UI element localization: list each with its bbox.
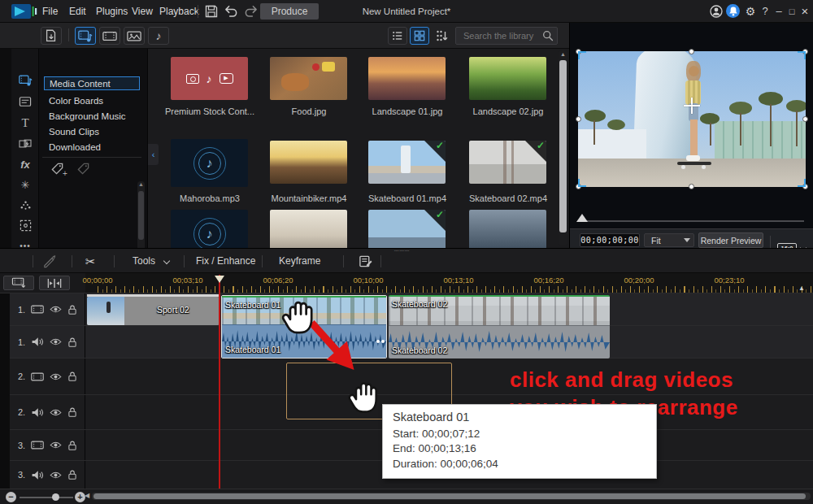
track-manager-button[interactable]	[3, 276, 34, 290]
media-item-partial[interactable]: ✓	[368, 210, 446, 248]
category-downloaded[interactable]: Downloaded	[44, 141, 140, 154]
selection-handle[interactable]	[689, 184, 694, 189]
timeline-ruler[interactable]: 00;00;00 00;03;10 00;06;20 00;10;00 00;1…	[85, 273, 813, 293]
keyframe-button[interactable]: Keyframe	[279, 249, 320, 274]
media-thumbnail-landscape02[interactable]	[469, 57, 546, 100]
preview-seek-bar[interactable]	[580, 220, 804, 222]
maximize-button[interactable]: □	[785, 0, 798, 23]
close-button[interactable]: ×	[798, 0, 811, 23]
sidebar-title-icon[interactable]: T	[11, 114, 39, 132]
eye-icon[interactable]	[50, 471, 62, 480]
sidebar-media-room-icon[interactable]	[11, 72, 39, 89]
preview-video[interactable]	[578, 51, 806, 187]
produce-button[interactable]: Produce	[260, 3, 319, 20]
filter-all-media-icon[interactable]	[75, 27, 96, 45]
media-item-partial[interactable]	[270, 210, 347, 248]
media-thumbnail-food[interactable]	[270, 57, 347, 100]
crosshair-icon[interactable]	[684, 98, 700, 114]
sidebar-particle-icon[interactable]	[11, 196, 39, 214]
media-thumbnail-landscape01[interactable]	[368, 57, 446, 100]
notes-icon[interactable]	[359, 254, 372, 268]
settings-gear-icon[interactable]: ⚙	[744, 0, 757, 23]
search-input[interactable]	[462, 30, 542, 41]
category-color-boards[interactable]: Color Boards	[44, 94, 140, 108]
import-media-button[interactable]	[41, 27, 62, 45]
timeline-hscrollbar[interactable]	[92, 493, 811, 500]
playhead-handle[interactable]	[215, 276, 224, 283]
minimize-button[interactable]: –	[772, 0, 785, 23]
selection-handle[interactable]	[689, 49, 694, 54]
search-box[interactable]	[455, 27, 558, 45]
eye-icon[interactable]	[50, 441, 62, 450]
grid-view-button[interactable]	[410, 27, 429, 45]
help-icon[interactable]: ?	[759, 0, 772, 23]
media-item-mahoroba[interactable]: ♪	[171, 139, 248, 187]
sidebar-effect-icon[interactable]: fx	[11, 155, 39, 173]
lock-icon[interactable]	[67, 469, 77, 480]
search-icon[interactable]	[542, 30, 554, 41]
render-preview-button[interactable]: Render Preview	[698, 232, 763, 248]
selection-handle[interactable]	[802, 116, 808, 122]
clip-sport02[interactable]: Sport 02	[87, 297, 220, 325]
category-background-music[interactable]: Background Music	[44, 110, 140, 124]
filter-video-icon[interactable]	[99, 27, 120, 45]
panel-drag-handle[interactable]: ┄┄┄	[394, 247, 410, 255]
filter-photo-icon[interactable]	[124, 27, 145, 45]
lock-icon[interactable]	[67, 304, 77, 315]
eye-icon[interactable]	[50, 305, 62, 314]
category-media-content[interactable]: Media Content	[44, 76, 140, 90]
lock-icon[interactable]	[67, 440, 77, 451]
media-item-partial[interactable]: ♪	[171, 210, 248, 248]
split-scissors-icon[interactable]: ✂	[85, 249, 96, 274]
trim-handle[interactable]	[381, 340, 385, 343]
media-thumbnail-mountainbiker[interactable]	[270, 141, 347, 184]
list-view-button[interactable]	[388, 27, 407, 45]
lock-icon[interactable]	[67, 371, 77, 382]
playhead-line[interactable]	[219, 275, 220, 489]
sidebar-magic-tools-icon[interactable]: ✳	[11, 176, 39, 193]
timeline-hscrollbar-thumb[interactable]	[93, 493, 806, 499]
eye-icon[interactable]	[50, 372, 62, 381]
filter-audio-icon[interactable]: ♪	[148, 27, 169, 45]
collapse-panel-button[interactable]: ‹	[148, 144, 159, 165]
media-thumbnail-skateboard01[interactable]: ✓	[368, 141, 446, 184]
library-scrollbar[interactable]: ▲	[559, 50, 567, 245]
menu-playback[interactable]: Playback	[154, 0, 204, 23]
clip-skateboard02[interactable]: Skateboard 02 Skateboard 02	[389, 295, 610, 358]
scroll-left-arrow[interactable]: ◀	[85, 492, 89, 499]
account-icon[interactable]	[710, 5, 723, 18]
sort-button[interactable]	[435, 29, 448, 46]
tools-menu[interactable]: Tools	[133, 249, 155, 274]
timecode-display[interactable]: 00;00;00;00	[580, 233, 640, 247]
preview-seek-handle[interactable]	[576, 214, 588, 222]
range-select-pen-icon[interactable]	[42, 254, 56, 268]
sidebar-overlay-icon[interactable]	[11, 216, 39, 234]
eye-icon[interactable]	[50, 337, 62, 346]
snap-button[interactable]	[39, 276, 70, 290]
media-item-partial[interactable]	[469, 210, 546, 248]
remove-tag-icon[interactable]	[76, 162, 90, 176]
notification-bell-icon[interactable]	[726, 4, 740, 18]
sidebar-transition-icon[interactable]	[11, 135, 39, 153]
media-thumbnail-skateboard02[interactable]: ✓	[469, 141, 546, 184]
menu-file[interactable]: File	[37, 0, 63, 23]
scroll-up-arrow[interactable]: ▲	[798, 285, 805, 292]
zoom-slider-handle[interactable]	[52, 493, 59, 501]
undo-icon[interactable]	[224, 4, 239, 18]
save-icon[interactable]	[205, 5, 218, 18]
menu-view[interactable]: View	[127, 0, 158, 23]
zoom-slider-track[interactable]	[20, 497, 73, 498]
media-item-premium[interactable]: ♪ ▶	[171, 57, 248, 100]
category-sound-clips[interactable]: Sound Clips	[44, 125, 140, 139]
trim-handle[interactable]	[376, 340, 380, 343]
lock-icon[interactable]	[67, 337, 77, 348]
fix-enhance-button[interactable]: Fix / Enhance	[196, 249, 255, 274]
menu-edit[interactable]: Edit	[64, 0, 91, 23]
zoom-fit-dropdown[interactable]: Fit	[644, 233, 694, 247]
selection-handle[interactable]	[576, 116, 581, 122]
sidebar-templates-icon[interactable]	[11, 93, 39, 111]
eye-icon[interactable]	[50, 408, 62, 417]
lock-icon[interactable]	[67, 406, 77, 418]
zoom-out-button[interactable]: −	[6, 492, 16, 502]
redo-icon[interactable]	[243, 4, 259, 18]
